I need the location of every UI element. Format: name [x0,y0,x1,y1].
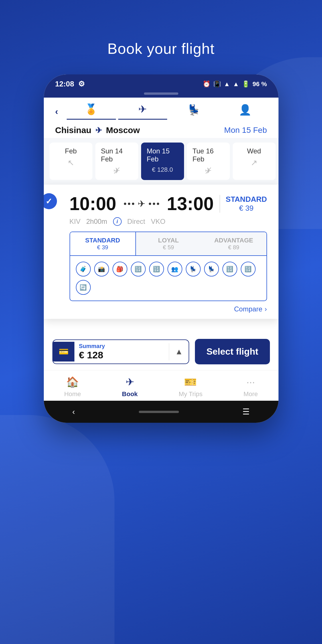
status-bar: 12:08 ⚙ ⏰ 📳 ▲ ▲ 🔋 96 % [44,74,278,92]
booking-summary-row: 💳 Summary € 128 ▲ Select flight [52,339,270,364]
dot [157,203,159,205]
date-item-feb[interactable]: Feb ↖ [50,143,92,180]
seat-icon: 💺 [187,104,200,116]
notch [44,92,278,98]
tab-loyal-name: LOYAL [141,237,197,244]
summary-price: € 128 [79,349,165,361]
vibrate-icon: 📳 [213,80,221,88]
no-flight-icon: ✈̸ [205,166,212,175]
feature-num1-icon: 🔢 [131,262,146,276]
compare-row: Compare › [70,301,267,313]
tab-advantage-name: ADVANTAGE [206,237,262,244]
nav-item-home[interactable]: 🏠 Home [64,376,81,398]
dot [124,203,126,205]
feature-meal-icon: 🧳 [76,262,91,276]
nav-step-destination[interactable]: 🏅 [67,103,116,120]
page-title: Book your flight [107,40,214,57]
trips-label: My Trips [179,390,202,398]
route-date: Mon 15 Feb [224,126,267,135]
flight-type: Direct [127,218,145,226]
tab-loyal-price: € 59 [141,244,197,251]
bottom-booking-bar: 💳 Summary € 128 ▲ Select flight [44,330,278,370]
nav-step-seat[interactable]: 💺 [169,104,218,119]
summary-label: Summary [79,343,165,349]
nav-step-passenger[interactable]: 👤 [221,104,270,119]
phone-frame: 12:08 ⚙ ⏰ 📳 ▲ ▲ 🔋 96 % ‹ 🏅 ✈ 💺 [44,74,278,423]
dot [153,203,155,205]
date-label: Feb [65,147,77,155]
tab-standard[interactable]: STANDARD € 39 [70,232,136,255]
tab-standard-name: STANDARD [75,237,131,244]
spacer [44,319,278,330]
signal-icon: ▲ [233,80,239,88]
no-flight-icon: ↖ [68,158,74,167]
more-label: More [244,390,258,398]
wifi-icon: ▲ [224,80,230,88]
destination-code: VKO [151,218,165,226]
nav-item-trips[interactable]: 🎫 My Trips [179,376,202,398]
tariff-badge-name: STANDARD [226,195,267,204]
dot [132,203,134,205]
tab-loyal[interactable]: LOYAL € 59 [136,232,201,255]
flight-icon: ✈ [138,103,147,115]
status-left: 12:08 ⚙ [55,80,85,88]
android-nav-bar: ‹ ☰ [44,401,278,423]
tariff-tabs: STANDARD € 39 LOYAL € 59 ADVANTAGE € 89 [70,232,267,256]
date-label: Wed [247,147,261,155]
nav-item-book[interactable]: ✈ Book [122,376,138,398]
destination-icon: 🏅 [85,103,98,115]
feature-seat1-icon: 💺 [186,262,201,276]
nav-item-more[interactable]: ··· More [244,376,258,398]
feature-group-icon: 👥 [167,262,182,276]
feature-refresh-icon: 🔄 [76,280,91,295]
info-icon[interactable]: i [113,217,122,226]
passenger-icon: 👤 [239,104,252,116]
date-item-wed[interactable]: Wed ↗ [233,143,276,180]
compare-link[interactable]: Compare [234,305,262,313]
no-flight-icon: ↗ [251,158,257,167]
tab-advantage[interactable]: ADVANTAGE € 89 [201,232,266,255]
feature-camera-icon: 📸 [94,262,109,276]
date-label: Tue 16 Feb [193,147,224,163]
trips-icon: 🎫 [184,376,197,388]
summary-card-icon: 💳 [53,342,74,361]
flight-direction-icon: ✈ [138,198,145,209]
battery-icon: 🔋 [242,80,250,88]
summary-box: 💳 Summary € 128 ▲ [52,339,189,364]
date-item-mon15[interactable]: Mon 15 Feb € 128.0 [141,143,184,180]
select-flight-button[interactable]: Select flight [195,339,270,364]
date-item-tue16[interactable]: Tue 16 Feb ✈̸ [187,143,230,180]
date-item-sun14[interactable]: Sun 14 Feb ✈̸ [95,143,138,180]
origin-city: Chisinau [55,125,92,135]
no-flight-icon: ✈̸ [113,166,120,175]
android-recents-button[interactable]: ☰ [242,407,250,416]
feature-num2-icon: 🔢 [149,262,164,276]
feature-bag-icon: 🎒 [112,262,127,276]
flight-duration: 2h00m [86,218,107,226]
android-home-indicator [139,411,179,413]
back-button[interactable]: ‹ [52,103,61,120]
home-icon: 🏠 [66,376,79,388]
notch-bar [144,92,178,95]
book-label: Book [122,390,138,398]
route-left: Chisinau ✈ Moscow [55,125,140,135]
origin-code: KIV [70,218,81,226]
battery-level: 96 % [252,80,267,88]
flight-details: KIV 2h00m i Direct VKO [70,217,267,226]
arrival-time: 13:00 [167,193,214,214]
summary-toggle-button[interactable]: ▲ [169,343,189,360]
route-info: Chisinau ✈ Moscow Mon 15 Feb [44,120,278,138]
nav-steps: 🏅 ✈ 💺 👤 [67,103,270,120]
tariff-badge: STANDARD € 39 [220,195,267,213]
status-right: ⏰ 📳 ▲ ▲ 🔋 96 % [203,80,267,88]
flight-times-row: 10:00 ✈ 13:00 STANDARD € 39 [70,193,267,214]
date-label: Mon 15 Feb [147,147,178,163]
feature-num3-icon: 🔢 [222,262,237,276]
nav-step-flight[interactable]: ✈ [118,103,167,120]
features-row: 🧳 📸 🎒 🔢 🔢 👥 💺 💺 🔢 🔢 🔄 [70,256,267,301]
book-icon: ✈ [126,376,134,388]
android-back-button[interactable]: ‹ [72,407,75,416]
flight-route-dots: ✈ [122,198,161,209]
bottom-nav: 🏠 Home ✈ Book 🎫 My Trips ··· More [44,370,278,401]
tariff-badge-price: € 39 [226,204,267,213]
